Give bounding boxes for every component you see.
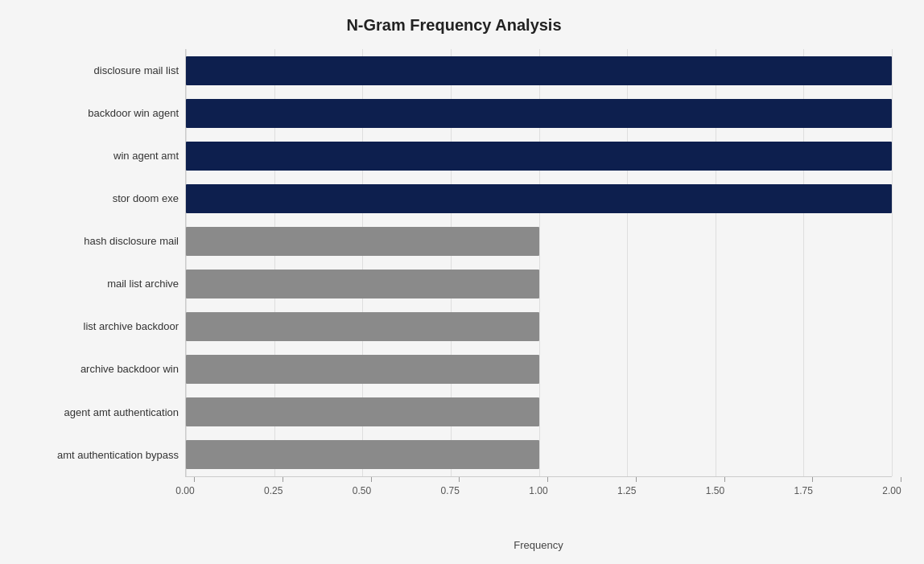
y-label: disclosure mail list bbox=[16, 50, 179, 92]
y-label: backdoor win agent bbox=[16, 93, 179, 134]
x-tick-label: 0.25 bbox=[264, 485, 283, 496]
bar-row bbox=[186, 434, 892, 475]
y-label: archive backdoor win bbox=[16, 348, 179, 390]
y-label: agent amt authentication bbox=[16, 391, 179, 433]
x-tick-label: 1.75 bbox=[794, 485, 813, 496]
bar bbox=[186, 184, 892, 213]
x-tick: 1.75 bbox=[803, 477, 822, 496]
chart-container: N-Gram Frequency Analysis disclosure mai… bbox=[0, 0, 924, 564]
bar-row bbox=[186, 263, 892, 305]
x-tick: 1.00 bbox=[538, 477, 557, 496]
x-tick: 0.75 bbox=[450, 477, 468, 496]
y-label: amt authentication bypass bbox=[16, 434, 179, 475]
bar bbox=[186, 99, 892, 128]
bar bbox=[186, 270, 539, 298]
x-tick-line bbox=[812, 477, 813, 482]
bar-row bbox=[186, 391, 892, 433]
x-tick-line bbox=[636, 477, 637, 482]
x-tick-line bbox=[371, 477, 372, 482]
x-tick: 1.25 bbox=[627, 477, 646, 496]
x-axis-title: Frequency bbox=[185, 539, 892, 551]
y-axis: disclosure mail listbackdoor win agentwi… bbox=[16, 49, 185, 476]
x-tick: 0.25 bbox=[274, 477, 292, 496]
chart-title: N-Gram Frequency Analysis bbox=[16, 16, 892, 35]
bar-row bbox=[186, 220, 892, 262]
x-tick: 0.00 bbox=[185, 477, 204, 496]
x-tick-label: 0.50 bbox=[353, 485, 371, 496]
y-label: mail list archive bbox=[16, 263, 179, 305]
bar bbox=[186, 397, 539, 426]
bar bbox=[186, 227, 539, 256]
bar-row bbox=[186, 306, 892, 348]
x-tick-line bbox=[283, 477, 283, 482]
x-tick-label: 1.00 bbox=[529, 485, 547, 496]
x-tick-line bbox=[901, 477, 901, 482]
y-label: stor doom exe bbox=[16, 178, 179, 220]
x-tick-line bbox=[459, 477, 460, 482]
bar-row bbox=[186, 178, 892, 220]
bar-row bbox=[186, 50, 892, 92]
bar bbox=[186, 355, 539, 384]
x-tick: 1.50 bbox=[716, 477, 734, 496]
x-tick: 2.00 bbox=[892, 477, 910, 496]
y-label: list archive backdoor bbox=[16, 306, 179, 348]
bar bbox=[186, 142, 892, 171]
x-tick-label: 1.25 bbox=[617, 485, 636, 496]
x-axis-area: 0.00 0.25 0.50 0.75 1.00 1.25 1.50 1.75 … bbox=[185, 476, 892, 517]
bar bbox=[186, 440, 539, 469]
x-tick-label: 0.75 bbox=[441, 485, 460, 496]
bar-row bbox=[186, 135, 892, 177]
bars-area bbox=[185, 49, 892, 476]
x-tick-label: 1.50 bbox=[706, 485, 724, 496]
x-tick-line bbox=[547, 477, 548, 482]
x-tick: 0.50 bbox=[362, 477, 381, 496]
y-label: hash disclosure mail bbox=[16, 220, 179, 262]
x-tick-line bbox=[724, 477, 725, 482]
bar bbox=[186, 56, 892, 85]
x-tick-line bbox=[194, 477, 195, 482]
x-tick-label: 2.00 bbox=[882, 485, 901, 496]
bar-row bbox=[186, 348, 892, 390]
bar bbox=[186, 312, 539, 341]
y-label: win agent amt bbox=[16, 135, 179, 177]
x-tick-label: 0.00 bbox=[175, 485, 194, 496]
chart-area: disclosure mail listbackdoor win agentwi… bbox=[16, 49, 892, 476]
bar-row bbox=[186, 93, 892, 134]
